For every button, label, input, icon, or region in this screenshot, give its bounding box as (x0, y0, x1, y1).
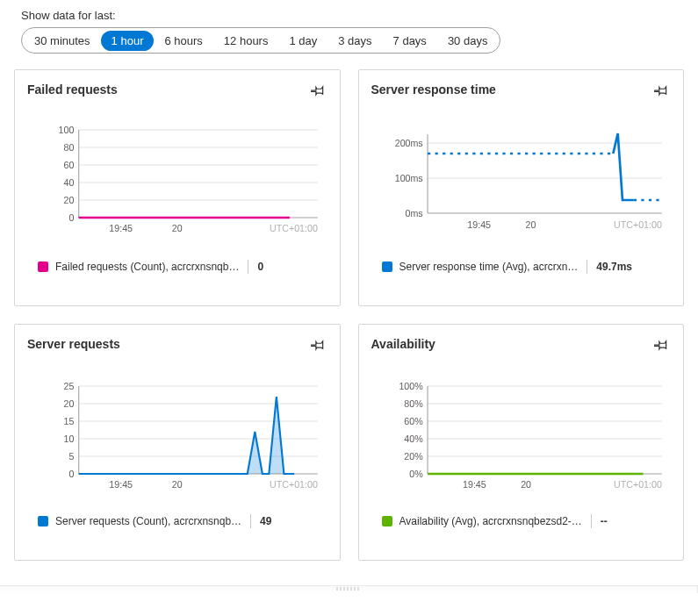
time-range-selector[interactable]: 30 minutes 1 hour 6 hours 12 hours 1 day… (21, 27, 500, 54)
ytick: 60% (404, 417, 422, 426)
legend-separator (586, 260, 587, 274)
xtick: 19:45 (109, 480, 133, 490)
time-option-30min[interactable]: 30 minutes (24, 31, 101, 51)
legend-separator (591, 514, 592, 528)
chart-availability[interactable]: 100% 80% 60% 40% 20% 0% 19:45 20 UTC+01:… (371, 367, 672, 498)
ytick: 0 (68, 469, 74, 479)
card-title: Server response time (371, 82, 672, 97)
ytick: 40% (404, 434, 422, 444)
pin-icon[interactable] (651, 81, 671, 100)
chart-server-response-time[interactable]: 200ms 100ms 0ms 19:45 20 UTC+01:00 (371, 112, 672, 244)
legend-label: Availability (Avg), acrcrxnsnqbezsd2-… (399, 515, 582, 527)
ytick: 80 (63, 143, 74, 153)
pin-icon[interactable] (651, 335, 671, 355)
card-server-requests[interactable]: Server requests 2 (14, 324, 341, 561)
time-option-7days[interactable]: 7 days (383, 31, 437, 51)
ytick: 60 (63, 161, 74, 170)
legend: Server requests (Count), acrcrxnsnqb… 49 (27, 514, 327, 528)
ytick: 80% (404, 399, 422, 409)
card-title: Availability (371, 337, 672, 351)
chart-failed-requests[interactable]: 100 80 60 40 20 0 19:45 20 UTC+01:00 (27, 112, 327, 244)
ytick: 100% (399, 382, 422, 391)
pin-icon[interactable] (308, 335, 327, 355)
card-title: Server requests (27, 337, 327, 351)
legend: Availability (Avg), acrcrxnsnqbezsd2-… -… (371, 514, 672, 528)
xtick: 19:45 (463, 480, 486, 490)
ytick: 20 (63, 399, 74, 409)
timezone-label: UTC+01:00 (270, 480, 318, 490)
xtick: 19:45 (109, 224, 133, 233)
time-option-1hour[interactable]: 1 hour (101, 31, 155, 51)
ytick: 10 (63, 434, 74, 444)
time-option-3days[interactable]: 3 days (327, 31, 382, 51)
time-option-1day[interactable]: 1 day (278, 31, 327, 51)
card-server-response-time[interactable]: Server response time 200ms 100ms 0ms (358, 69, 685, 306)
pin-icon[interactable] (308, 81, 327, 100)
legend-value: 49 (260, 515, 271, 527)
legend-value: -- (601, 515, 608, 527)
card-title: Failed requests (27, 82, 327, 97)
legend-value: 0 (257, 261, 263, 273)
ytick: 100 (59, 125, 75, 135)
legend-separator (250, 514, 251, 528)
time-option-12hours[interactable]: 12 hours (213, 31, 279, 51)
timezone-label: UTC+01:00 (270, 224, 318, 233)
legend-label: Failed requests (Count), acrcrxnsnqb… (55, 261, 239, 273)
ytick: 20 (63, 196, 74, 205)
legend-label: Server response time (Avg), acrcrxn… (399, 261, 579, 273)
card-availability[interactable]: Availability 100% (358, 324, 685, 561)
ytick: 25 (63, 382, 74, 391)
xtick: 20 (525, 220, 536, 230)
legend: Server response time (Avg), acrcrxn… 49.… (371, 260, 672, 274)
time-range-prompt: Show data for last: (21, 9, 684, 22)
chart-server-requests[interactable]: 25 20 15 10 5 0 19:45 20 UTC+01:00 (27, 367, 327, 498)
legend-label: Server requests (Count), acrcrxnsnqb… (55, 515, 241, 527)
legend-swatch (38, 516, 48, 526)
xtick: 20 (172, 480, 183, 490)
legend-value: 49.7ms (596, 261, 632, 273)
card-failed-requests[interactable]: Failed requests (14, 69, 341, 306)
series-area (79, 397, 294, 474)
ytick: 0% (409, 469, 422, 479)
legend-separator (248, 260, 248, 274)
xtick: 20 (521, 480, 531, 490)
legend-swatch (382, 516, 392, 526)
xtick: 20 (172, 224, 183, 233)
legend: Failed requests (Count), acrcrxnsnqb… 0 (27, 260, 327, 274)
ytick: 20% (404, 452, 422, 462)
ytick: 5 (68, 452, 74, 462)
ytick: 100ms (394, 174, 422, 183)
ytick: 0 (68, 213, 74, 223)
series-line (79, 397, 294, 474)
xtick: 19:45 (467, 220, 491, 230)
ytick: 0ms (405, 209, 422, 218)
resize-handle[interactable] (0, 585, 698, 593)
ytick: 200ms (394, 139, 422, 148)
ytick: 15 (63, 417, 74, 426)
time-option-6hours[interactable]: 6 hours (154, 31, 212, 51)
legend-swatch (382, 261, 392, 272)
ytick: 40 (63, 178, 74, 188)
time-option-30days[interactable]: 30 days (437, 31, 499, 51)
legend-swatch (38, 261, 48, 272)
timezone-label: UTC+01:00 (614, 480, 662, 490)
timezone-label: UTC+01:00 (614, 220, 662, 230)
